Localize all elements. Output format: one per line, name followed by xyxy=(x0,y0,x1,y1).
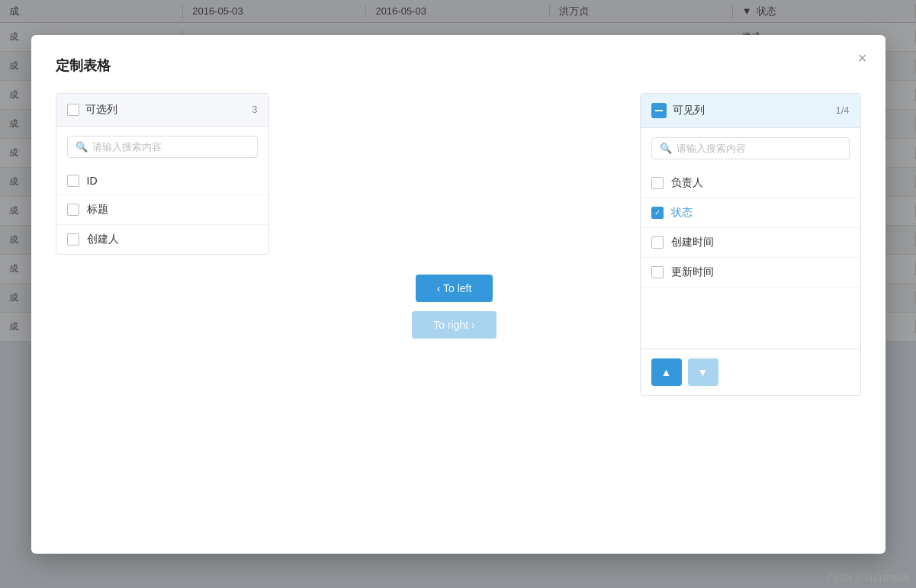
right-panel: 可见列 1/4 🔍 负责人 ✓ 状态 创建时间 xyxy=(640,93,861,396)
item-create-time-label: 创建时间 xyxy=(671,236,714,249)
to-left-button[interactable]: ‹ To left xyxy=(416,275,493,302)
left-item-id[interactable]: ID xyxy=(56,167,268,195)
left-item-title[interactable]: 标题 xyxy=(56,195,268,225)
right-panel-footer: ▲ ▼ xyxy=(641,349,860,395)
modal-title: 定制表格 xyxy=(56,56,861,75)
item-fzr-checkbox[interactable] xyxy=(651,177,664,189)
right-panel-count: 1/4 xyxy=(835,104,849,116)
modal-dialog: 定制表格 × 可选列 3 🔍 ID xyxy=(31,35,885,554)
left-search-input[interactable] xyxy=(92,141,249,153)
item-update-time-checkbox[interactable] xyxy=(651,266,664,278)
move-up-button[interactable]: ▲ xyxy=(651,358,682,386)
item-fzr-label: 负责人 xyxy=(671,176,703,190)
right-panel-title: 可见列 xyxy=(673,104,705,117)
modal-overlay: 定制表格 × 可选列 3 🔍 ID xyxy=(0,0,916,588)
item-update-time-label: 更新时间 xyxy=(671,265,714,279)
left-panel-count: 3 xyxy=(252,104,257,115)
item-status-checkbox[interactable]: ✓ xyxy=(651,207,664,219)
minus-button[interactable] xyxy=(651,103,667,118)
close-button[interactable]: × xyxy=(858,50,867,66)
search-icon-right: 🔍 xyxy=(660,143,672,154)
right-item-status[interactable]: ✓ 状态 xyxy=(641,198,860,228)
right-search-input[interactable] xyxy=(677,143,841,154)
left-panel-title: 可选列 xyxy=(85,103,246,117)
left-panel-header: 可选列 3 xyxy=(56,94,268,127)
item-title-checkbox[interactable] xyxy=(67,204,79,216)
left-panel: 可选列 3 🔍 ID 标题 创建人 xyxy=(56,93,269,255)
left-item-creator[interactable]: 创建人 xyxy=(56,225,268,254)
center-actions: ‹ To left To right › xyxy=(269,93,640,520)
item-title-label: 标题 xyxy=(87,203,108,217)
right-panel-header: 可见列 1/4 xyxy=(641,94,860,128)
search-icon: 🔍 xyxy=(76,141,88,153)
item-id-label: ID xyxy=(87,175,98,187)
item-status-label: 状态 xyxy=(671,206,693,220)
modal-body: 可选列 3 🔍 ID 标题 创建人 xyxy=(56,93,861,520)
to-right-button[interactable]: To right › xyxy=(412,311,496,339)
item-id-checkbox[interactable] xyxy=(67,175,79,187)
item-creator-label: 创建人 xyxy=(87,233,119,246)
right-item-create-time[interactable]: 创建时间 xyxy=(641,228,860,258)
select-all-checkbox[interactable] xyxy=(67,104,79,116)
right-item-fzr[interactable]: 负责人 xyxy=(641,169,860,198)
left-search-box: 🔍 xyxy=(67,136,258,158)
move-down-button[interactable]: ▼ xyxy=(688,358,718,386)
right-search-box: 🔍 xyxy=(651,137,850,159)
right-item-update-time[interactable]: 更新时间 xyxy=(641,258,860,288)
item-creator-checkbox[interactable] xyxy=(67,233,79,246)
item-create-time-checkbox[interactable] xyxy=(651,236,664,249)
